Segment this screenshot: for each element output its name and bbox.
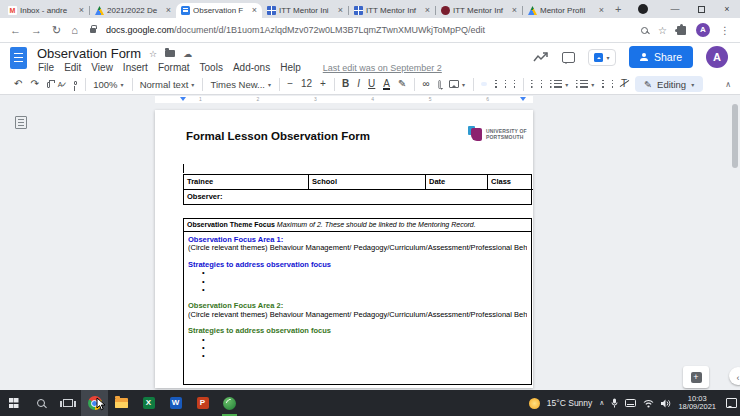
bookmark-icon[interactable]: ☆: [658, 25, 667, 36]
taskbar-powerpoint-button[interactable]: P: [189, 390, 216, 416]
taskbar-excel-button[interactable]: X: [135, 390, 162, 416]
menu-addons[interactable]: Add-ons: [233, 62, 270, 73]
minimize-button[interactable]: —: [662, 0, 688, 18]
print-icon[interactable]: [47, 82, 50, 88]
font-select[interactable]: Times New...▾: [210, 79, 271, 90]
close-icon[interactable]: ×: [166, 6, 171, 15]
observer-cell[interactable]: Observer:: [184, 190, 533, 204]
maximize-button[interactable]: [688, 0, 714, 18]
document-page[interactable]: Formal Lesson Observation Form UNIVERSIT…: [155, 110, 533, 388]
increase-indent-icon[interactable]: [612, 80, 613, 88]
new-tab-button[interactable]: +: [615, 3, 621, 16]
menu-view[interactable]: View: [91, 62, 113, 73]
close-icon[interactable]: ×: [252, 6, 257, 15]
insert-link-icon[interactable]: ∞: [423, 79, 430, 89]
taskbar-clock[interactable]: 10:03 18/09/2021: [678, 395, 716, 412]
weather-sun-icon[interactable]: [529, 398, 540, 409]
taskbar-search-button[interactable]: [27, 390, 54, 416]
doc-title[interactable]: Observation Form: [37, 46, 141, 61]
text-color-button[interactable]: A: [383, 79, 390, 90]
extensions-icon[interactable]: [677, 26, 686, 35]
menu-insert[interactable]: Insert: [123, 62, 148, 73]
close-icon[interactable]: ×: [425, 6, 430, 15]
table-header-school[interactable]: School: [309, 175, 426, 190]
ruler-strip[interactable]: 1 2 3 4 5 6: [155, 96, 533, 103]
menu-edit[interactable]: Edit: [64, 62, 81, 73]
move-folder-icon[interactable]: [165, 50, 175, 57]
bold-button[interactable]: B: [342, 79, 349, 89]
insert-image-button[interactable]: ▾: [449, 80, 465, 88]
font-size-value[interactable]: 12: [301, 79, 312, 89]
close-icon[interactable]: ×: [79, 6, 84, 15]
right-indent-marker[interactable]: [520, 97, 526, 101]
wifi-icon[interactable]: [643, 399, 654, 408]
volume-icon[interactable]: [661, 399, 671, 408]
table-header-class[interactable]: Class: [488, 175, 533, 190]
align-right-icon[interactable]: [505, 80, 506, 88]
trainee-table[interactable]: Trainee School Date Class Observer:: [183, 174, 532, 205]
tab-itt-mentor-2[interactable]: ITT Mentor Inf ×: [349, 3, 435, 18]
redo-icon[interactable]: ↷: [30, 79, 38, 89]
undo-icon[interactable]: ↶: [14, 79, 22, 89]
present-to-meet-button[interactable]: ▾: [588, 49, 616, 66]
focus-areas-cell[interactable]: Observation Focus Area 1: (Circle releva…: [184, 232, 531, 384]
show-outline-icon[interactable]: [15, 116, 27, 129]
account-avatar[interactable]: A: [706, 46, 728, 68]
tab-mentor-profile[interactable]: Mentor Profil ×: [523, 3, 609, 18]
forward-icon[interactable]: →: [31, 25, 42, 36]
touch-keyboard-icon[interactable]: [625, 399, 636, 407]
side-panel-toggle[interactable]: [729, 367, 740, 385]
comment-history-icon[interactable]: [562, 52, 575, 63]
weather-text[interactable]: 15°C Sunny: [547, 398, 592, 408]
font-size-increase-button[interactable]: +: [320, 79, 326, 89]
left-indent-marker[interactable]: [180, 97, 186, 101]
menu-help[interactable]: Help: [280, 62, 301, 73]
taskbar-word-button[interactable]: W: [162, 390, 189, 416]
address-input[interactable]: docs.google.com/document/d/1B1uom1AzlqdM…: [106, 25, 631, 35]
last-edit-link[interactable]: Last edit was on September 2: [323, 63, 442, 73]
menu-format[interactable]: Format: [158, 62, 190, 73]
google-docs-icon[interactable]: [10, 47, 27, 69]
close-icon[interactable]: ×: [512, 6, 517, 15]
hide-menus-icon[interactable]: ∧: [725, 80, 731, 89]
clear-formatting-icon[interactable]: T: [621, 79, 627, 89]
underline-button[interactable]: U: [368, 79, 375, 89]
menu-tools[interactable]: Tools: [200, 62, 223, 73]
italic-button[interactable]: I: [357, 79, 360, 89]
document-activity-icon[interactable]: [533, 51, 549, 63]
start-button[interactable]: [0, 390, 27, 416]
line-spacing-icon[interactable]: [531, 80, 533, 88]
browser-menu-icon[interactable]: ⋮: [720, 25, 730, 36]
share-button[interactable]: Share: [629, 46, 693, 68]
add-comment-icon[interactable]: [438, 80, 441, 89]
font-size-decrease-button[interactable]: −: [287, 79, 293, 89]
browser-avatar[interactable]: A: [696, 23, 710, 37]
extension-badge-icon[interactable]: [638, 4, 648, 14]
back-icon[interactable]: ←: [10, 25, 21, 36]
tab-inbox[interactable]: Inbox - andre ×: [3, 3, 89, 18]
numbered-list-button[interactable]: ▾: [576, 80, 594, 88]
tab-observation-form-active[interactable]: Observation F ×: [176, 3, 262, 18]
home-icon[interactable]: ⌂: [71, 25, 78, 36]
table-header-trainee[interactable]: Trainee: [184, 175, 309, 190]
menu-file[interactable]: File: [38, 62, 54, 73]
observation-theme-table[interactable]: Observation Theme Focus Maximum of 2. Th…: [183, 218, 532, 385]
close-window-button[interactable]: ×: [714, 0, 740, 18]
zoom-select[interactable]: 100%▾: [93, 79, 123, 90]
align-left-button-active[interactable]: [481, 82, 487, 86]
theme-header-row[interactable]: Observation Theme Focus Maximum of 2. Th…: [184, 219, 531, 232]
microphone-icon[interactable]: [611, 398, 618, 408]
close-icon[interactable]: ×: [338, 6, 343, 15]
taskbar-app-button[interactable]: [216, 390, 243, 416]
taskbar-explorer-button[interactable]: [108, 390, 135, 416]
table-header-date[interactable]: Date: [426, 175, 488, 190]
https-lock-icon[interactable]: [90, 28, 96, 33]
editing-mode-select[interactable]: ✎ Editing ▾: [635, 76, 703, 92]
vertical-scrollbar[interactable]: [732, 104, 738, 168]
align-justify-icon[interactable]: [514, 80, 515, 88]
explore-button[interactable]: [683, 366, 709, 388]
decrease-indent-icon[interactable]: [602, 80, 603, 88]
tab-drive-folder[interactable]: 2021/2022 De ×: [90, 3, 176, 18]
paint-format-icon[interactable]: [74, 81, 77, 85]
spellcheck-icon[interactable]: A✓: [58, 81, 67, 88]
